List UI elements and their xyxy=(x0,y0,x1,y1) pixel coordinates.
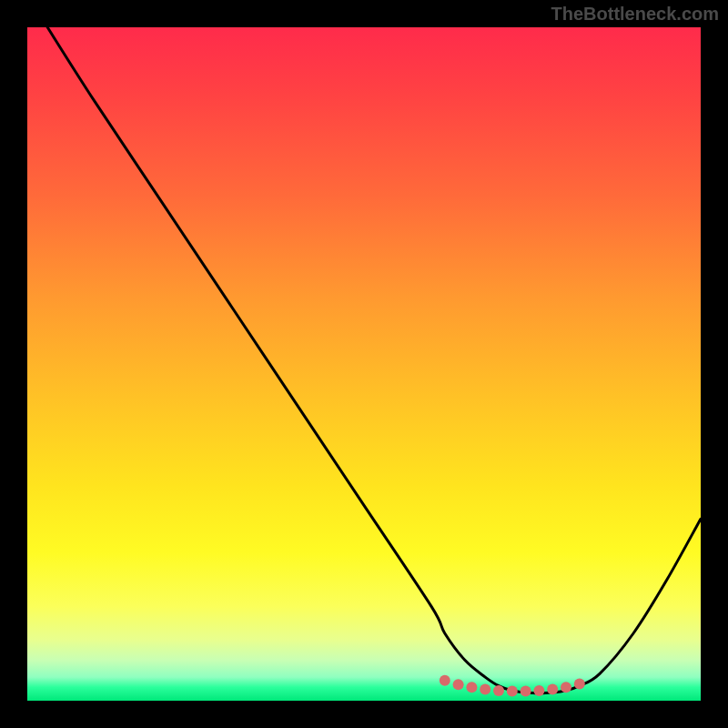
marker-dot xyxy=(440,675,450,686)
marker-dot xyxy=(521,686,531,697)
plot-area xyxy=(27,27,701,701)
marker-dot xyxy=(561,682,571,693)
bottleneck-curve xyxy=(47,27,701,693)
chart-svg xyxy=(27,27,701,701)
flat-region-markers xyxy=(440,675,585,697)
marker-dot xyxy=(507,686,518,697)
marker-dot xyxy=(480,683,490,694)
watermark-text: TheBottleneck.com xyxy=(551,4,719,25)
marker-dot xyxy=(453,679,464,690)
marker-dot xyxy=(547,683,558,694)
marker-dot xyxy=(533,685,544,696)
marker-dot xyxy=(493,685,504,696)
marker-dot xyxy=(466,682,477,693)
chart-frame: TheBottleneck.com xyxy=(0,0,728,728)
marker-dot xyxy=(574,679,585,690)
